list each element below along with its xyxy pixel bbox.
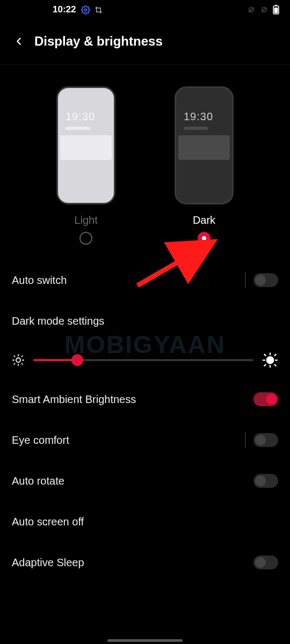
row-adaptive-sleep[interactable]: Adaptive Sleep xyxy=(12,542,278,583)
svg-line-11 xyxy=(21,356,22,356)
radio-dark[interactable] xyxy=(198,232,211,245)
settings-list: Auto switch Dark mode settings Smart Amb… xyxy=(0,250,290,583)
row-dark-mode-settings[interactable]: Dark mode settings xyxy=(12,301,278,341)
toggle-auto-rotate[interactable] xyxy=(253,474,278,488)
brightness-high-icon xyxy=(262,352,278,368)
svg-line-20 xyxy=(274,354,276,355)
theme-label-dark: Dark xyxy=(193,214,215,226)
status-time: 10:22 xyxy=(53,4,76,15)
label-auto-screen-off: Auto screen off xyxy=(12,516,278,528)
battery-icon xyxy=(273,5,279,14)
row-auto-screen-off[interactable]: Auto screen off xyxy=(12,501,278,542)
svg-point-4 xyxy=(16,358,20,362)
radio-light[interactable] xyxy=(79,232,92,245)
theme-label-light: Light xyxy=(74,214,97,226)
label-eye-comfort: Eye comfort xyxy=(12,434,245,447)
brightness-thumb[interactable] xyxy=(71,354,83,366)
theme-preview-light: 19:30 xyxy=(56,86,115,204)
preview-time: 19:30 xyxy=(184,111,213,123)
brightness-slider[interactable] xyxy=(33,359,253,361)
toggle-eye-comfort[interactable] xyxy=(253,433,278,447)
svg-point-0 xyxy=(85,9,87,11)
svg-line-21 xyxy=(264,364,265,365)
label-auto-rotate: Auto rotate xyxy=(12,475,253,487)
divider xyxy=(245,432,246,448)
toggle-smart-ambient[interactable] xyxy=(253,392,278,406)
svg-line-18 xyxy=(264,354,265,355)
crop-icon xyxy=(95,6,103,14)
svg-line-9 xyxy=(14,356,15,356)
row-eye-comfort[interactable]: Eye comfort xyxy=(12,420,278,460)
label-adaptive-sleep: Adaptive Sleep xyxy=(12,557,253,569)
theme-chooser: 19:30 Light 19:30 Dark xyxy=(0,65,290,250)
svg-line-12 xyxy=(14,363,15,364)
divider xyxy=(245,272,246,288)
home-indicator[interactable] xyxy=(107,639,183,642)
svg-line-19 xyxy=(274,364,276,365)
brightness-fill xyxy=(33,359,77,361)
preview-time: 19:30 xyxy=(66,111,95,123)
row-auto-switch[interactable]: Auto switch xyxy=(12,260,278,301)
theme-option-light[interactable]: 19:30 Light xyxy=(56,86,115,245)
theme-preview-dark: 19:30 xyxy=(175,86,234,204)
page-header: Display & brightness xyxy=(0,19,290,65)
sim1-off-icon xyxy=(247,5,256,14)
brightness-low-icon xyxy=(12,354,25,367)
back-button[interactable] xyxy=(10,32,28,50)
row-smart-ambient[interactable]: Smart Ambient Brightness xyxy=(12,379,278,420)
row-auto-rotate[interactable]: Auto rotate xyxy=(12,460,278,501)
theme-option-dark[interactable]: 19:30 Dark xyxy=(175,86,234,245)
gear-icon xyxy=(81,5,90,14)
label-dark-mode-settings: Dark mode settings xyxy=(12,315,278,327)
label-smart-ambient: Smart Ambient Brightness xyxy=(12,393,253,406)
svg-point-13 xyxy=(267,357,274,364)
toggle-auto-switch[interactable] xyxy=(253,273,278,287)
svg-line-10 xyxy=(21,363,22,364)
page-title: Display & brightness xyxy=(34,34,163,49)
sim2-off-icon xyxy=(260,5,269,14)
svg-rect-3 xyxy=(274,8,278,13)
brightness-slider-row xyxy=(12,341,278,379)
status-bar: 10:22 xyxy=(0,0,290,19)
label-auto-switch: Auto switch xyxy=(12,274,245,287)
toggle-adaptive-sleep[interactable] xyxy=(253,555,278,569)
